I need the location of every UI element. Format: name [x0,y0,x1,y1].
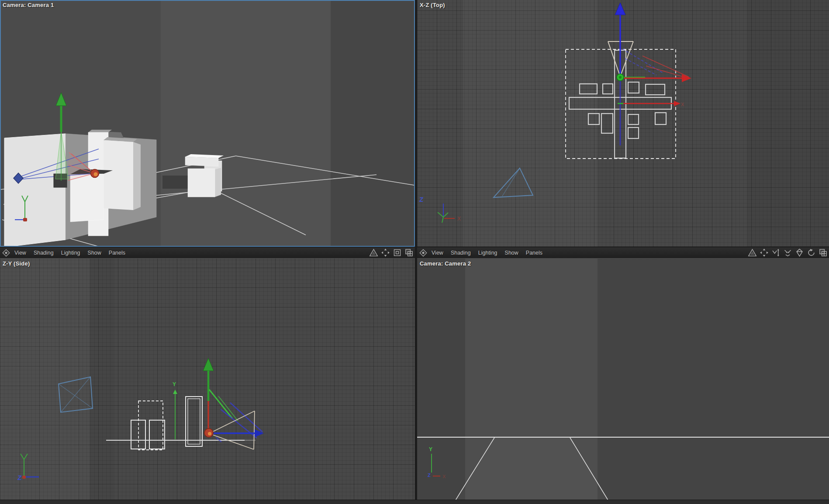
frame-icon[interactable] [393,248,402,257]
toolbar-left: View Shading Lighting Show Panels [0,247,415,259]
camera2-side-view[interactable] [59,377,93,412]
ground-plane-camera2 [417,437,829,502]
axis-gizmo-side: Z [17,454,39,481]
bottom-edge-strip [0,500,829,504]
move-gizmo-top[interactable] [615,3,691,145]
viewport-camera1[interactable]: Z Camera: Camera 1 [0,0,415,247]
camera-icon[interactable] [795,248,804,257]
dolly-icon[interactable] [783,248,792,257]
building-blocks[interactable] [4,130,224,247]
app-window: Z Camera: Camera 1 [0,0,829,504]
menu-shading[interactable]: Shading [451,250,471,256]
object-y-axis: Y [173,381,177,439]
menu-panels[interactable]: Panels [526,250,542,256]
orbit-icon[interactable] [807,248,816,257]
menu-shading[interactable]: Shading [34,250,54,256]
camera1-side-view[interactable] [203,358,264,449]
pan-icon[interactable] [381,248,390,257]
axis-z-label: Z [17,474,22,481]
side-scene: Y [0,259,415,504]
camera2-top-view[interactable] [494,168,533,197]
toolbar-right-icons [748,248,829,257]
axis-gizmo-camera2: Y Z X [428,446,446,479]
object-axis-top[interactable]: X [618,101,684,107]
viewport-side[interactable]: Y [0,259,415,504]
axis-x-label: X [442,474,446,479]
viewport-top-label: X-Z (Top) [420,2,445,8]
perspective-triangle-icon[interactable] [748,248,757,257]
axis-z-label: Z [419,196,424,203]
camera1-scene: Z [0,0,415,247]
menu-show[interactable]: Show [88,250,101,256]
viewport-camera2[interactable]: Y Z X Camera: Camera 2 [417,259,829,504]
viewport-camera2-label: Camera: Camera 2 [420,260,471,267]
menu-view[interactable]: View [14,250,26,256]
selection-bounds-side [138,401,163,450]
building-outlines-side[interactable] [131,397,202,450]
axis-y-label: Y [429,446,432,452]
perspective-triangle-icon[interactable] [369,248,378,257]
viewport-side-label: Z-Y (Side) [3,260,30,267]
menu-show[interactable]: Show [505,250,518,256]
viewport-layout-icon[interactable] [404,248,414,257]
menu-bar: View Shading Lighting Show Panels [14,250,125,256]
axis-x-label: X [457,216,461,222]
menu-bar: View Shading Lighting Show Panels [432,250,542,256]
top-scene: X Z X [417,0,829,247]
zoom-icon[interactable] [771,248,781,257]
menu-view[interactable]: View [432,250,443,256]
viewport-layout-icon[interactable] [819,248,828,257]
axis-y-label: Y [173,381,176,387]
menu-panels[interactable]: Panels [109,250,125,256]
axis-gizmo-top: Z X [419,196,461,223]
menu-lighting[interactable]: Lighting [478,250,497,256]
viewport-camera1-label: Camera: Camera 1 [3,2,54,8]
axis-z-label: Z [428,473,431,478]
pan-icon[interactable] [760,248,769,257]
menu-diamond-icon[interactable] [419,249,428,257]
axis-x-label: X [681,102,684,107]
camera2-scene: Y Z X [417,259,829,504]
menu-diamond-icon[interactable] [2,249,10,257]
viewport-top[interactable]: X Z X X-Z (Top) [417,0,829,247]
toolbar-right: View Shading Lighting Show Panels [417,247,829,259]
menu-lighting[interactable]: Lighting [61,250,80,256]
toolbar-left-icons [369,248,415,257]
